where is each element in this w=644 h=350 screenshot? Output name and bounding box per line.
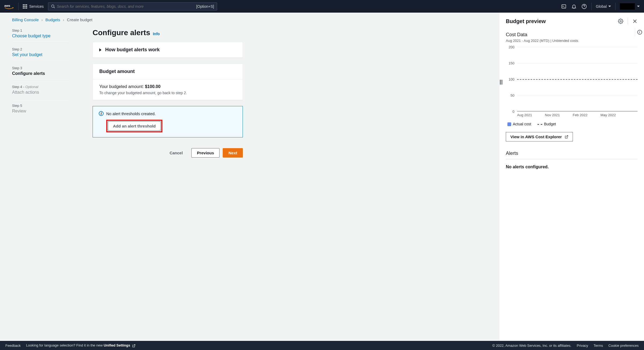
chevron-down-icon [608, 6, 611, 7]
account-id-redacted [620, 3, 635, 10]
page-body: Billing Console › Budgets › Create budge… [0, 13, 644, 341]
info-icon: i [637, 30, 642, 35]
y-tick: 200 [508, 45, 514, 49]
aws-logo[interactable]: aws [4, 3, 14, 9]
svg-point-1 [52, 5, 54, 7]
top-nav: aws Services [Option+S] Global [0, 0, 644, 13]
alerts-heading: Alerts [506, 151, 638, 159]
chevron-right-icon: › [63, 17, 64, 22]
legend-actual-label: Actual cost [513, 122, 531, 126]
step-2-label: Step 2 [12, 47, 68, 51]
page-title: Configure alerts [93, 28, 150, 37]
divider [628, 18, 628, 24]
y-tick: 0 [513, 110, 514, 114]
threshold-banner: i No alert thresholds created. Add an al… [93, 106, 243, 137]
svg-rect-3 [562, 5, 566, 8]
x-tick: May 2022 [601, 113, 638, 117]
close-icon[interactable] [632, 19, 638, 24]
nav-divider [615, 3, 616, 10]
budgeted-value: $100.00 [145, 84, 160, 89]
svg-point-5 [620, 21, 621, 22]
unified-settings-link[interactable]: Unified Settings [104, 343, 130, 347]
privacy-link[interactable]: Privacy [577, 344, 588, 348]
how-alerts-toggle[interactable]: How budget alerts work [93, 42, 243, 57]
explorer-btn-label: View in AWS Cost Explorer [510, 134, 562, 139]
cost-data-heading: Cost Data [506, 32, 638, 38]
breadcrumb-root[interactable]: Billing Console [12, 17, 39, 22]
step-4-link: Attach actions [12, 90, 68, 95]
step-4-label: Step 4 - Optional [12, 85, 68, 89]
plot-area [517, 47, 638, 111]
budget-preview-panel: Budget preview Cost Data Aug 2021 - Aug … [499, 13, 644, 341]
region-label: Global [596, 4, 607, 9]
wizard-actions: Cancel Previous Next [93, 148, 243, 158]
step-1-label: Step 1 [12, 28, 68, 32]
panel-collapse-handle[interactable] [500, 80, 502, 85]
y-axis: 200 150 100 50 0 [507, 47, 516, 111]
step-1-link[interactable]: Choose budget type [12, 34, 68, 38]
cloudshell-icon[interactable] [561, 3, 567, 9]
highlight-box: Add an alert threshold [106, 120, 162, 132]
no-alerts-text: No alerts configured. [506, 165, 638, 169]
add-threshold-button[interactable]: Add an alert threshold [108, 121, 161, 131]
external-link-icon [132, 344, 136, 348]
cancel-button[interactable]: Cancel [164, 148, 188, 158]
x-axis: Aug 2021 Nov 2021 Feb 2022 May 2022 [517, 113, 638, 117]
region-selector[interactable]: Global [596, 4, 611, 9]
next-button[interactable]: Next [223, 148, 243, 158]
step-3-label: Step 3 [12, 66, 68, 70]
y-tick: 100 [508, 77, 514, 81]
view-cost-explorer-button[interactable]: View in AWS Cost Explorer [506, 132, 573, 141]
step-2-link[interactable]: Set your budget [12, 52, 68, 57]
step-5-label: Step 5 [12, 104, 68, 108]
breadcrumb-current: Create budget [67, 17, 92, 22]
search-shortcut: [Option+S] [196, 4, 214, 9]
chart-legend: Actual cost Budget [507, 122, 638, 126]
x-tick: Feb 2022 [573, 113, 601, 117]
global-search[interactable]: [Option+S] [48, 2, 217, 10]
svg-text:aws: aws [4, 3, 10, 7]
search-input[interactable] [55, 4, 196, 9]
wizard-steps: Step 1 Choose budget type Step 2 Set you… [12, 28, 93, 158]
how-alerts-panel: How budget alerts work [93, 42, 243, 58]
budget-amount-panel: Budget amount Your budgeted amount: $100… [93, 64, 243, 100]
info-icon: i [99, 111, 104, 116]
info-panel-toggle[interactable]: i [635, 28, 644, 37]
copyright: © 2022, Amazon Web Services, Inc. or its… [492, 344, 572, 348]
budget-amount-title: Budget amount [99, 69, 135, 74]
how-alerts-title: How budget alerts work [105, 47, 160, 53]
x-tick: Nov 2021 [545, 113, 573, 117]
external-link-icon [565, 135, 568, 139]
footer: Feedback Looking for language selection?… [0, 341, 644, 350]
cost-chart: 200 150 100 50 0 Aug 2021 Nov 2021 Feb 2… [507, 47, 638, 117]
x-tick: Aug 2021 [517, 113, 545, 117]
help-icon[interactable] [581, 3, 587, 9]
legend-swatch-budget [537, 124, 542, 125]
info-link[interactable]: Info [153, 32, 160, 36]
cost-data-sub: Aug 2021 - Aug 2022 (MTD) | Unblended co… [506, 39, 638, 43]
grid-icon [23, 4, 27, 9]
y-tick: 150 [508, 61, 514, 65]
settings-icon[interactable] [618, 19, 623, 24]
chevron-down-icon [637, 6, 640, 7]
step-3-current: Configure alerts [12, 71, 68, 76]
chevron-right-icon: › [41, 17, 43, 22]
main-column: Billing Console › Budgets › Create budge… [0, 13, 499, 341]
budgeted-hint: To change your budgeted amount, go back … [99, 91, 236, 95]
legend-swatch-actual [507, 122, 511, 126]
breadcrumb-budgets[interactable]: Budgets [45, 17, 60, 22]
feedback-link[interactable]: Feedback [5, 344, 21, 348]
cookie-preferences-link[interactable]: Cookie preferences [608, 344, 639, 348]
wizard-content: Configure alerts Info How budget alerts … [93, 28, 243, 158]
terms-link[interactable]: Terms [594, 344, 603, 348]
expand-icon [99, 48, 101, 52]
search-icon [51, 4, 55, 9]
account-menu[interactable] [620, 3, 640, 10]
nav-divider [18, 3, 19, 10]
services-menu[interactable]: Services [23, 4, 44, 9]
notifications-icon[interactable] [571, 3, 577, 9]
previous-button[interactable]: Previous [191, 148, 219, 158]
services-label: Services [29, 4, 44, 9]
no-thresholds-text: No alert thresholds created. [106, 111, 156, 116]
preview-title: Budget preview [506, 18, 546, 24]
